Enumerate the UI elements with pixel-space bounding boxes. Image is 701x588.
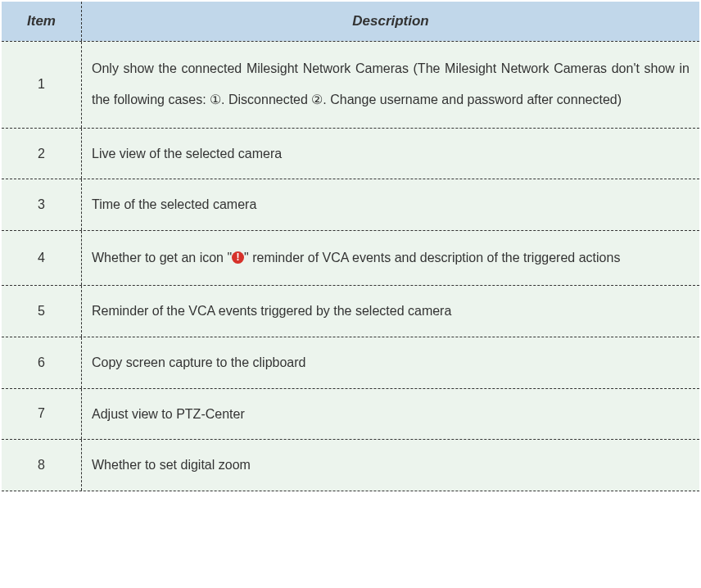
- row-item-number: 3: [2, 179, 82, 230]
- row-description: Time of the selected camera: [82, 179, 699, 230]
- row-description: Whether to set digital zoom: [82, 440, 699, 491]
- row-description: Copy screen capture to the clipboard: [82, 337, 699, 388]
- row-item-number: 5: [2, 286, 82, 337]
- table-row: 1Only show the connected Milesight Netwo…: [2, 41, 699, 128]
- row-description: Only show the connected Milesight Networ…: [82, 42, 699, 128]
- table-row: 8Whether to set digital zoom: [2, 439, 699, 491]
- row-item-number: 4: [2, 231, 82, 285]
- table-header-row: Item Description: [2, 2, 699, 41]
- table-row: 3Time of the selected camera: [2, 179, 699, 230]
- row-item-number: 2: [2, 129, 82, 179]
- table-row: 5Reminder of the VCA events triggered by…: [2, 285, 699, 337]
- description-table: Item Description 1Only show the connecte…: [2, 2, 699, 491]
- row-item-number: 7: [2, 389, 82, 440]
- desc-text-after: . Change username and password after con…: [323, 93, 622, 106]
- header-item: Item: [2, 2, 82, 41]
- table-row: 7Adjust view to PTZ-Center: [2, 388, 699, 440]
- row-description: Live view of the selected camera: [82, 129, 699, 179]
- circled-number-1: ①: [210, 84, 221, 115]
- circled-number-2: ②: [311, 84, 323, 115]
- row-description: Reminder of the VCA events triggered by …: [82, 286, 699, 337]
- row-description: Whether to get an icon "!" reminder of V…: [82, 231, 699, 285]
- alert-icon: !: [232, 251, 244, 264]
- desc-text-before: Whether to get an icon ": [92, 251, 232, 265]
- header-description: Description: [82, 2, 699, 41]
- row-item-number: 6: [2, 337, 82, 388]
- table-row: 6Copy screen capture to the clipboard: [2, 337, 699, 388]
- table-body: 1Only show the connected Milesight Netwo…: [2, 41, 699, 491]
- row-item-number: 1: [2, 42, 82, 128]
- table-row: 2Live view of the selected camera: [2, 128, 699, 179]
- desc-text-mid: . Disconnected: [221, 93, 311, 106]
- table-row: 4Whether to get an icon "!" reminder of …: [2, 230, 699, 285]
- row-description: Adjust view to PTZ-Center: [82, 389, 699, 440]
- desc-text-after: " reminder of VCA events and description…: [244, 251, 620, 265]
- row-item-number: 8: [2, 440, 82, 491]
